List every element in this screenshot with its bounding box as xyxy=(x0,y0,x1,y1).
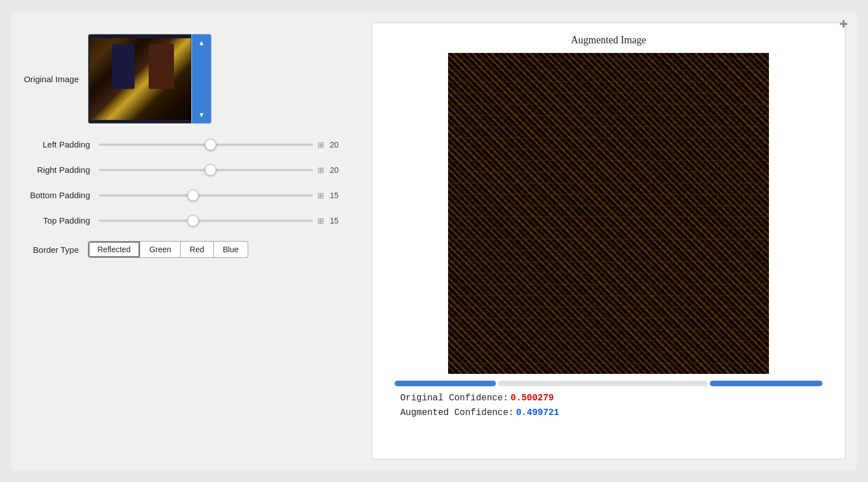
right-padding-plus-icon: ⊞ xyxy=(317,166,325,175)
augmented-title: Augmented Image xyxy=(571,34,646,46)
original-photo xyxy=(90,38,191,120)
main-container: ✚ Original Image ▲ ▼ Left Padding xyxy=(11,11,857,471)
bottom-padding-row: Bottom Padding ⊞ 15 xyxy=(23,190,355,200)
hscroll-right[interactable] xyxy=(710,381,822,386)
left-padding-label: Left Padding xyxy=(23,140,90,149)
left-padding-row: Left Padding ⊞ 20 xyxy=(23,140,355,149)
original-confidence-label: Original Confidence: xyxy=(400,393,508,403)
image-picker[interactable]: ▲ ▼ xyxy=(88,34,212,124)
right-padding-label: Right Padding xyxy=(23,165,90,175)
border-type-label: Border Type xyxy=(23,245,79,255)
scroll-down-button[interactable]: ▼ xyxy=(192,106,212,123)
confidence-section: Original Confidence: 0.500279 Augmented … xyxy=(395,393,822,418)
bottom-padding-track[interactable] xyxy=(99,194,313,197)
left-padding-plus-icon: ⊞ xyxy=(317,140,325,149)
left-padding-value: 20 xyxy=(330,140,343,149)
bottom-padding-slider-container: ⊞ 15 xyxy=(99,191,355,200)
original-image-label: Original Image xyxy=(23,74,79,84)
left-panel: Original Image ▲ ▼ Left Padding xyxy=(23,23,355,459)
original-confidence-row: Original Confidence: 0.500279 xyxy=(400,393,822,403)
right-padding-value: 20 xyxy=(330,166,343,175)
add-icon[interactable]: ✚ xyxy=(839,18,848,30)
right-padding-row: Right Padding ⊞ 20 xyxy=(23,165,355,175)
top-padding-value: 15 xyxy=(330,216,343,225)
scroll-track xyxy=(192,51,211,106)
top-padding-plus-icon: ⊞ xyxy=(317,216,325,225)
right-padding-track[interactable] xyxy=(99,169,313,171)
border-btn-green[interactable]: Green xyxy=(140,241,181,258)
top-padding-label: Top Padding xyxy=(23,216,90,225)
border-btn-red[interactable]: Red xyxy=(181,241,214,258)
original-image-row: Original Image ▲ ▼ xyxy=(23,34,355,124)
top-padding-track[interactable] xyxy=(99,220,313,222)
augmented-confidence-row: Augmented Confidence: 0.499721 xyxy=(400,408,822,418)
augmented-confidence-label: Augmented Confidence: xyxy=(400,408,514,418)
augmented-confidence-value: 0.499721 xyxy=(516,408,560,418)
left-padding-track[interactable] xyxy=(99,144,313,146)
border-type-buttons: Reflected Green Red Blue xyxy=(88,241,248,258)
augmented-image xyxy=(448,53,769,374)
scrollbars-row xyxy=(395,381,822,386)
top-padding-slider-container: ⊞ 15 xyxy=(99,216,355,225)
bottom-padding-plus-icon: ⊞ xyxy=(317,191,325,200)
border-btn-blue[interactable]: Blue xyxy=(214,241,248,258)
border-type-row: Border Type Reflected Green Red Blue xyxy=(23,241,355,258)
bottom-padding-label: Bottom Padding xyxy=(23,190,90,200)
image-preview xyxy=(88,34,191,123)
border-btn-reflected[interactable]: Reflected xyxy=(88,241,140,258)
right-padding-slider-container: ⊞ 20 xyxy=(99,166,355,175)
right-panel: Augmented Image Original Confidence: 0.5… xyxy=(372,23,845,459)
original-confidence-value: 0.500279 xyxy=(511,393,554,403)
image-scrollbar: ▲ ▼ xyxy=(191,34,211,123)
scroll-up-button[interactable]: ▲ xyxy=(192,34,212,51)
augmented-image-container xyxy=(448,53,769,374)
hscroll-left[interactable] xyxy=(395,381,496,386)
bottom-padding-value: 15 xyxy=(330,191,343,200)
left-padding-slider-container: ⊞ 20 xyxy=(99,140,355,149)
top-padding-row: Top Padding ⊞ 15 xyxy=(23,216,355,225)
hscroll-gap xyxy=(498,381,708,386)
